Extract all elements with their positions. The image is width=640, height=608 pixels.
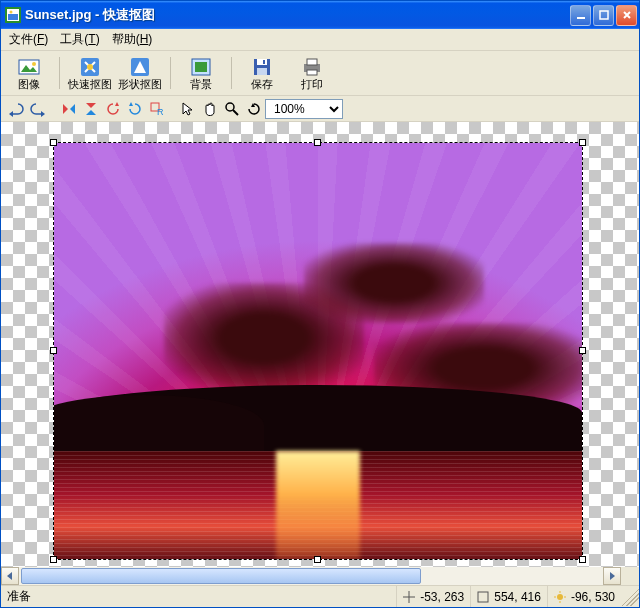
status-position: -53, 263	[397, 586, 471, 607]
size-icon	[477, 591, 490, 603]
redo-button[interactable]	[27, 98, 49, 120]
svg-point-3	[10, 11, 13, 14]
svg-rect-20	[307, 59, 317, 65]
menu-file[interactable]: 文件(F)	[3, 29, 54, 50]
svg-line-34	[233, 110, 238, 115]
svg-marker-28	[115, 102, 119, 106]
undo-button[interactable]	[5, 98, 27, 120]
horizontal-scrollbar[interactable]	[1, 567, 639, 585]
menubar: 文件(F) 工具(T) 帮助(H)	[1, 29, 639, 51]
image-icon	[18, 56, 40, 78]
canvas-area[interactable]	[1, 122, 639, 567]
svg-rect-38	[478, 592, 488, 602]
resize-button[interactable]: R	[146, 98, 168, 120]
flip-h-icon	[61, 101, 77, 117]
resize-icon: R	[149, 101, 165, 117]
svg-rect-21	[307, 70, 317, 75]
scroll-left-button[interactable]	[1, 567, 19, 585]
secondary-toolbar: R 100%	[1, 96, 639, 122]
app-window: Sunset.jpg - 快速抠图 文件(F) 工具(T) 帮助(H) 图像 快…	[0, 0, 640, 608]
rotate-right-button[interactable]	[124, 98, 146, 120]
flip-v-icon	[83, 101, 99, 117]
magnifier-icon	[224, 101, 240, 117]
pointer-icon	[180, 101, 196, 117]
rotate-left-button[interactable]	[102, 98, 124, 120]
window-title: Sunset.jpg - 快速抠图	[25, 6, 570, 24]
handle-n[interactable]	[314, 139, 321, 146]
scroll-right-button[interactable]	[603, 567, 621, 585]
svg-rect-16	[257, 59, 267, 65]
hand-tool[interactable]	[199, 98, 221, 120]
magnifier-tool[interactable]	[221, 98, 243, 120]
save-button[interactable]: 保存	[238, 53, 286, 93]
app-icon	[5, 7, 21, 23]
selection-box[interactable]	[53, 142, 583, 560]
status-size: 554, 416	[471, 586, 548, 607]
rotate-tool-icon	[246, 101, 262, 117]
main-toolbar: 图像 快速抠图 形状抠图 背景 保存 打印	[1, 51, 639, 96]
svg-marker-26	[86, 103, 96, 108]
svg-rect-18	[263, 60, 265, 64]
undo-icon	[8, 101, 24, 117]
flip-h-button[interactable]	[58, 98, 80, 120]
handle-w[interactable]	[50, 347, 57, 354]
handle-s[interactable]	[314, 556, 321, 563]
svg-marker-25	[70, 104, 75, 114]
svg-marker-32	[183, 103, 192, 115]
redo-icon	[30, 101, 46, 117]
svg-rect-14	[195, 62, 207, 72]
rotate-right-icon	[127, 101, 143, 117]
image-button[interactable]: 图像	[5, 53, 53, 93]
svg-rect-17	[257, 68, 267, 75]
position-icon	[403, 591, 416, 603]
svg-rect-2	[8, 14, 18, 20]
svg-marker-23	[41, 111, 45, 117]
print-icon	[301, 56, 323, 78]
status-brightness: -96, 530	[548, 586, 621, 607]
print-button[interactable]: 打印	[288, 53, 336, 93]
flip-v-button[interactable]	[80, 98, 102, 120]
pointer-tool[interactable]	[177, 98, 199, 120]
svg-marker-29	[129, 102, 133, 106]
save-icon	[251, 56, 273, 78]
background-icon	[190, 56, 212, 78]
hand-icon	[202, 101, 218, 117]
rotate-left-icon	[105, 101, 121, 117]
rotate-tool[interactable]	[243, 98, 265, 120]
status-ready: 准备	[1, 586, 397, 607]
close-button[interactable]	[616, 5, 637, 26]
svg-point-33	[226, 103, 234, 111]
svg-rect-4	[577, 17, 585, 19]
maximize-button[interactable]	[593, 5, 614, 26]
handle-nw[interactable]	[50, 139, 57, 146]
svg-marker-22	[9, 111, 13, 117]
handle-ne[interactable]	[579, 139, 586, 146]
scroll-track[interactable]	[19, 567, 603, 585]
quick-cutout-icon	[79, 56, 101, 78]
svg-rect-5	[600, 11, 608, 19]
menu-help[interactable]: 帮助(H)	[106, 29, 159, 50]
svg-point-10	[87, 64, 93, 70]
svg-marker-27	[86, 110, 96, 115]
background-button[interactable]: 背景	[177, 53, 225, 93]
titlebar[interactable]: Sunset.jpg - 快速抠图	[1, 1, 639, 29]
handle-e[interactable]	[579, 347, 586, 354]
quick-cutout-button[interactable]: 快速抠图	[66, 53, 114, 93]
handle-se[interactable]	[579, 556, 586, 563]
statusbar: 准备 -53, 263 554, 416 -96, 530	[1, 585, 639, 607]
scroll-thumb[interactable]	[21, 568, 421, 584]
handle-sw[interactable]	[50, 556, 57, 563]
svg-marker-36	[7, 572, 12, 580]
svg-point-8	[32, 62, 36, 66]
shape-cutout-icon	[129, 56, 151, 78]
brightness-icon	[554, 591, 567, 603]
minimize-button[interactable]	[570, 5, 591, 26]
menu-tools[interactable]: 工具(T)	[54, 29, 105, 50]
svg-marker-37	[610, 572, 615, 580]
svg-marker-24	[63, 104, 68, 114]
shape-cutout-button[interactable]: 形状抠图	[116, 53, 164, 93]
resize-grip[interactable]	[621, 588, 639, 606]
svg-text:R: R	[157, 107, 164, 117]
zoom-select[interactable]: 100%	[265, 99, 343, 119]
svg-point-39	[557, 594, 563, 600]
